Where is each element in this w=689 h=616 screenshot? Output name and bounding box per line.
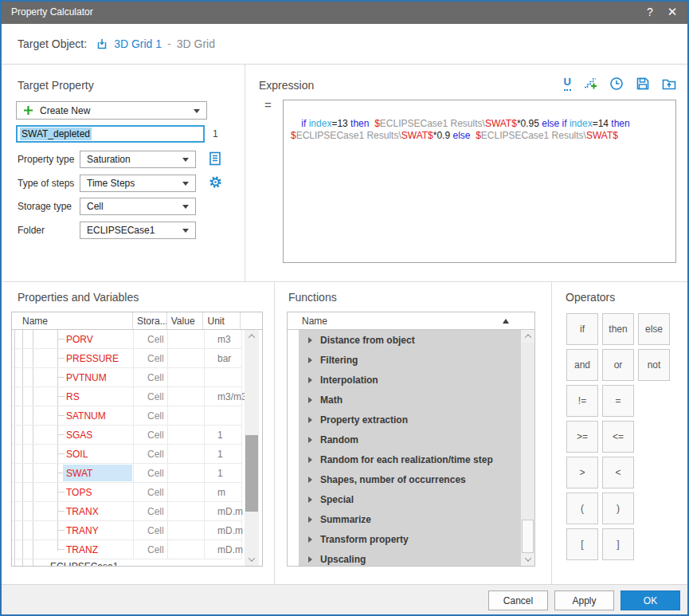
property-row[interactable]: TRANX Cell mD.m (12, 502, 242, 521)
property-name-cell[interactable]: PVTNUM (12, 368, 134, 386)
operator-button[interactable]: and (566, 349, 598, 381)
function-category-row[interactable]: Shapes, number of occurrences (299, 469, 521, 489)
property-name-input[interactable]: SWAT_depleted (16, 125, 205, 143)
scroll-up-icon[interactable] (521, 330, 534, 343)
operator-button[interactable]: if (566, 313, 598, 345)
property-name-cell[interactable]: SWAT (12, 464, 134, 482)
expand-arrow-icon[interactable] (308, 337, 312, 343)
scrollbar-thumb[interactable] (245, 435, 258, 512)
expand-arrow-icon[interactable] (308, 377, 312, 383)
expand-arrow-icon[interactable] (308, 357, 312, 363)
column-header-unit[interactable]: Unit (203, 312, 241, 329)
operator-button[interactable]: != (566, 385, 598, 417)
property-name-cell[interactable]: PORV (12, 330, 134, 348)
template-document-icon[interactable] (209, 151, 221, 166)
property-row[interactable]: TRANZ Cell mD.m (12, 540, 242, 559)
expand-arrow-icon[interactable] (308, 397, 312, 403)
property-name-cell[interactable]: PRESSURE (12, 349, 134, 367)
property-row[interactable]: PVTNUM Cell (12, 368, 242, 387)
expand-arrow-icon[interactable] (308, 536, 312, 543)
scrollbar-thumb[interactable] (522, 520, 534, 553)
history-clock-icon[interactable] (609, 77, 624, 91)
scroll-down-icon[interactable] (521, 553, 534, 566)
property-row[interactable]: SOIL Cell 1 (12, 445, 242, 464)
expand-arrow-icon[interactable] (308, 556, 312, 563)
drop-target-icon[interactable] (96, 38, 108, 49)
property-name-cell[interactable]: SOIL (12, 445, 134, 463)
create-new-dropdown[interactable]: Create New (16, 101, 207, 120)
operator-button[interactable]: ) (602, 492, 634, 524)
cancel-button[interactable]: Cancel (488, 590, 548, 610)
column-header-name[interactable]: Name (12, 312, 133, 329)
expand-arrow-icon[interactable] (308, 417, 312, 423)
operator-button[interactable]: >= (566, 421, 598, 453)
sort-ascending-icon[interactable] (503, 319, 509, 324)
operator-button[interactable]: = (602, 385, 634, 417)
open-folder-icon[interactable] (662, 77, 676, 91)
help-button[interactable]: ? (638, 0, 662, 24)
column-header-value[interactable]: Value (167, 312, 204, 329)
scroll-up-icon[interactable] (245, 330, 259, 343)
operator-button[interactable]: > (566, 457, 598, 488)
expand-arrow-icon[interactable] (308, 516, 312, 523)
expand-arrow-icon[interactable] (308, 457, 312, 463)
function-category-row[interactable]: Special (299, 489, 521, 509)
scroll-down-icon[interactable] (245, 553, 259, 566)
property-row[interactable]: RS Cell m3/m3 (12, 387, 242, 406)
properties-scrollbar[interactable] (245, 330, 259, 566)
save-icon[interactable] (636, 77, 650, 91)
property-name-cell[interactable]: SATNUM (12, 406, 134, 425)
operator-button[interactable]: ( (566, 492, 598, 524)
function-category-row[interactable]: Upscaling (299, 549, 521, 566)
target-object-name[interactable]: 3D Grid 1 (114, 37, 162, 50)
folder-dropdown[interactable]: ECLIPSECase1 (80, 222, 196, 239)
property-row[interactable]: PORV Cell m3 (12, 330, 242, 349)
property-name-cell[interactable]: TRANX (12, 502, 134, 520)
expand-arrow-icon[interactable] (308, 496, 312, 503)
functions-column-name[interactable]: Name (302, 316, 327, 327)
properties-table-header[interactable]: Name Stora... Value Unit (12, 312, 262, 330)
operator-button[interactable]: < (602, 457, 634, 488)
title-bar[interactable]: Property Calculator ? ✕ (0, 0, 689, 24)
property-type-dropdown[interactable]: Saturation (80, 151, 196, 168)
function-category-row[interactable]: Random for each realization/time step (299, 449, 521, 469)
spellcheck-u-icon[interactable]: U (564, 77, 571, 90)
functions-scrollbar[interactable] (521, 330, 534, 566)
property-row[interactable]: PRESSURE Cell bar (12, 349, 242, 368)
property-row[interactable]: TOPS Cell m (12, 483, 242, 502)
property-name-cell[interactable]: TRANY (12, 521, 134, 539)
property-row[interactable]: SWAT Cell 1 (12, 464, 242, 483)
operator-button[interactable]: ] (602, 528, 634, 560)
ok-button[interactable]: OK (620, 590, 680, 610)
function-category-row[interactable]: Math (299, 390, 521, 410)
apply-button[interactable]: Apply (554, 590, 614, 610)
operator-button[interactable]: [ (566, 528, 598, 560)
property-name-cell[interactable]: TRANZ (12, 540, 134, 559)
property-row[interactable]: TRANY Cell mD.m (12, 521, 242, 540)
expand-arrow-icon[interactable] (308, 437, 312, 443)
operator-button[interactable]: else (638, 313, 670, 345)
gear-icon[interactable] (209, 175, 222, 189)
property-name-cell[interactable]: TOPS (12, 483, 134, 501)
function-category-row[interactable]: Property extraction (299, 410, 521, 430)
operator-button[interactable]: then (602, 313, 634, 345)
expand-arrow-icon[interactable] (308, 477, 312, 483)
expression-input[interactable]: if index=13 then $ECLIPSECase1 Results\S… (283, 100, 676, 263)
function-category-row[interactable]: Filtering (299, 350, 521, 370)
operator-button[interactable]: <= (602, 421, 634, 453)
function-category-row[interactable]: Transform property (299, 529, 521, 549)
type-of-steps-dropdown[interactable]: Time Steps (80, 175, 196, 192)
operator-button[interactable]: not (638, 349, 670, 381)
functions-table-header[interactable]: Name (288, 312, 534, 330)
function-category-row[interactable]: Summarize (299, 509, 521, 529)
column-header-storage[interactable]: Stora... (133, 312, 167, 329)
add-steps-icon[interactable] (583, 77, 597, 91)
property-row[interactable]: SGAS Cell 1 (12, 426, 242, 445)
function-category-row[interactable]: Distance from object (299, 330, 521, 350)
function-category-row[interactable]: Random (299, 430, 521, 449)
function-category-row[interactable]: Interpolation (299, 370, 521, 390)
property-name-cell[interactable]: RS (12, 387, 134, 406)
close-button[interactable]: ✕ (660, 0, 684, 24)
storage-type-dropdown[interactable]: Cell (80, 198, 196, 215)
property-name-cell[interactable]: SGAS (12, 426, 134, 444)
